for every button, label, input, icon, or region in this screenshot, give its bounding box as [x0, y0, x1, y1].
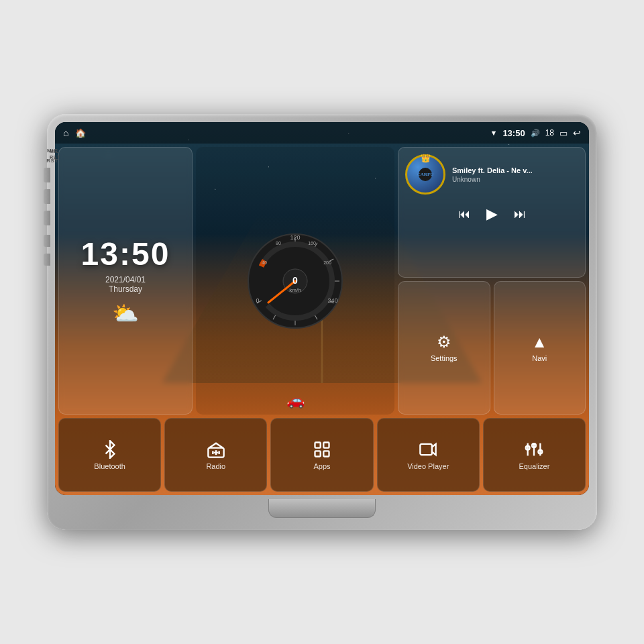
prev-button[interactable]: ⏮: [455, 205, 473, 224]
music-title: Smiley ft. Delia - Ne v...: [452, 166, 578, 174]
equalizer-button[interactable]: Equalizer: [483, 418, 586, 492]
main-screen: ⌂ 🏠 ▼ 13:50 🔊 18 ▭ ↩ 13:50: [55, 122, 589, 495]
car-head-unit: MIC RST MIC RST ⌂ 🏠 ▼: [47, 114, 597, 530]
apps-button[interactable]: Apps: [270, 418, 373, 492]
bottom-row: Bluetooth Radio: [58, 418, 586, 492]
video-icon: [419, 440, 437, 459]
equalizer-label: Equalizer: [519, 462, 549, 470]
svg-text:80: 80: [276, 241, 281, 246]
back-status-icon[interactable]: ↩: [573, 127, 581, 138]
music-details: Smiley ft. Delia - Ne v... Unknown: [452, 166, 578, 183]
mic-text: MIC: [50, 149, 60, 154]
svg-rect-32: [323, 451, 329, 456]
weather-icon: ⛅: [112, 301, 139, 326]
radio-label: Radio: [206, 462, 225, 470]
svg-rect-33: [421, 443, 433, 454]
settings-label: Settings: [431, 354, 458, 362]
navi-icon: ▲: [531, 333, 547, 352]
album-art: 👑 CARFU: [405, 154, 445, 195]
volume-icon: 🔊: [531, 129, 540, 138]
svg-text:240: 240: [327, 297, 337, 304]
svg-text:0: 0: [256, 297, 259, 304]
svg-text:120: 120: [290, 234, 300, 241]
clock-display: 13:50: [81, 235, 170, 272]
bluetooth-button[interactable]: Bluetooth: [58, 418, 161, 492]
video-player-label: Video Player: [407, 462, 449, 470]
vol-down-button[interactable]: [44, 254, 50, 266]
home-button[interactable]: [44, 189, 50, 204]
album-logo: CARFU: [419, 168, 432, 181]
svg-rect-30: [323, 442, 329, 447]
vol-up-button[interactable]: [44, 235, 50, 247]
power-button[interactable]: [44, 168, 50, 182]
radio-icon: [207, 440, 225, 459]
equalizer-icon: [525, 440, 543, 459]
speedometer-widget: 0 120 240 0 km/h: [196, 147, 394, 415]
battery-icon: ▭: [559, 128, 568, 138]
top-row: 13:50 2021/04/01 Thursday ⛅: [58, 147, 586, 415]
clock-day: Thursday: [109, 284, 142, 294]
bluetooth-label: Bluetooth: [94, 462, 125, 470]
settings-icon: ⚙: [437, 333, 451, 352]
device-bottom: [55, 495, 589, 522]
clock-widget: 13:50 2021/04/01 Thursday ⛅: [58, 147, 193, 415]
apps-icon: [313, 440, 331, 459]
car-icon: 🚗: [286, 392, 305, 409]
navi-label: Navi: [532, 354, 547, 362]
status-time: 13:50: [502, 128, 525, 138]
speedometer-svg: 0 120 240 0 km/h: [241, 227, 349, 335]
screen-wrapper: ⌂ 🏠 ▼ 13:50 🔊 18 ▭ ↩ 13:50: [55, 122, 589, 495]
back-button-side[interactable]: [44, 211, 50, 225]
svg-text:40: 40: [262, 260, 267, 265]
next-button[interactable]: ⏭: [511, 205, 529, 224]
video-player-button[interactable]: Video Player: [377, 418, 480, 492]
play-button[interactable]: ▶: [484, 203, 500, 225]
svg-text:160: 160: [308, 241, 316, 246]
svg-text:0: 0: [292, 275, 298, 286]
music-controls: ⏮ ▶ ⏭: [405, 203, 578, 225]
action-row: ⚙ Settings ▲ Navi: [398, 281, 586, 415]
rst-text: RST: [50, 155, 60, 160]
svg-text:200: 200: [323, 260, 331, 265]
home2-status-icon[interactable]: 🏠: [75, 128, 86, 138]
music-panel: 👑 CARFU Smiley ft. Delia - Ne v... Unkno…: [398, 147, 586, 278]
apps-label: Apps: [313, 462, 330, 470]
svg-text:km/h: km/h: [289, 287, 301, 293]
right-column: 👑 CARFU Smiley ft. Delia - Ne v... Unkno…: [398, 147, 586, 415]
volume-value: 18: [545, 128, 554, 138]
radio-button[interactable]: Radio: [164, 418, 267, 492]
navi-button[interactable]: ▲ Navi: [494, 281, 586, 415]
main-grid: 13:50 2021/04/01 Thursday ⛅: [55, 144, 589, 495]
settings-button[interactable]: ⚙ Settings: [398, 281, 490, 415]
music-info-row: 👑 CARFU Smiley ft. Delia - Ne v... Unkno…: [405, 154, 578, 195]
status-bar: ⌂ 🏠 ▼ 13:50 🔊 18 ▭ ↩: [55, 122, 589, 144]
music-artist: Unknown: [452, 176, 578, 183]
svg-rect-29: [315, 442, 321, 447]
clock-date: 2021/04/01: [105, 275, 146, 284]
device-handle: [268, 499, 376, 518]
home-status-icon[interactable]: ⌂: [63, 127, 68, 138]
bluetooth-icon: [101, 440, 119, 459]
svg-rect-31: [315, 451, 321, 456]
wifi-icon: ▼: [490, 129, 498, 137]
